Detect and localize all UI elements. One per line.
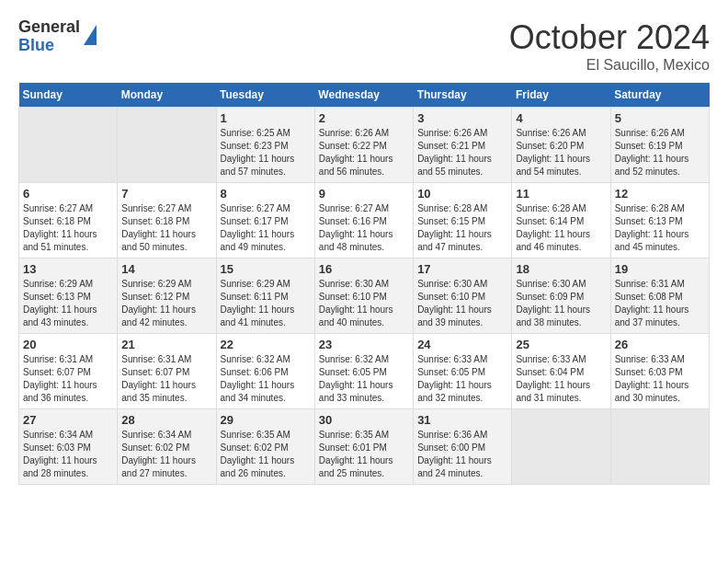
day-info: Sunrise: 6:36 AM Sunset: 6:00 PM Dayligh…: [417, 429, 507, 480]
day-info: Sunrise: 6:35 AM Sunset: 6:02 PM Dayligh…: [221, 429, 311, 480]
day-number: 28: [121, 413, 211, 427]
day-info: Sunrise: 6:26 AM Sunset: 6:20 PM Dayligh…: [516, 127, 606, 178]
calendar-cell: 14Sunrise: 6:29 AM Sunset: 6:12 PM Dayli…: [118, 259, 216, 334]
calendar-cell: 21Sunrise: 6:31 AM Sunset: 6:07 PM Dayli…: [118, 334, 216, 409]
calendar-cell: 13Sunrise: 6:29 AM Sunset: 6:13 PM Dayli…: [19, 259, 118, 334]
calendar-cell: 18Sunrise: 6:30 AM Sunset: 6:09 PM Dayli…: [512, 259, 610, 334]
calendar-cell: 2Sunrise: 6:26 AM Sunset: 6:22 PM Daylig…: [314, 108, 413, 183]
calendar-cell: 9Sunrise: 6:27 AM Sunset: 6:16 PM Daylig…: [314, 183, 413, 259]
calendar-cell: [118, 108, 216, 183]
calendar-cell: 5Sunrise: 6:26 AM Sunset: 6:19 PM Daylig…: [610, 108, 709, 183]
day-info: Sunrise: 6:29 AM Sunset: 6:13 PM Dayligh…: [23, 278, 113, 329]
week-row: 27Sunrise: 6:34 AM Sunset: 6:03 PM Dayli…: [19, 409, 710, 485]
day-info: Sunrise: 6:28 AM Sunset: 6:13 PM Dayligh…: [615, 202, 705, 254]
day-number: 14: [121, 262, 211, 276]
logo-triangle-icon: [84, 25, 97, 45]
day-number: 31: [417, 413, 507, 427]
calendar-cell: 7Sunrise: 6:27 AM Sunset: 6:18 PM Daylig…: [118, 183, 216, 259]
calendar-cell: 12Sunrise: 6:28 AM Sunset: 6:13 PM Dayli…: [610, 183, 709, 259]
logo: General Blue: [18, 18, 97, 55]
logo-general: General: [18, 18, 80, 37]
day-number: 12: [615, 187, 705, 201]
day-info: Sunrise: 6:28 AM Sunset: 6:15 PM Dayligh…: [417, 202, 507, 254]
logo-blue: Blue: [18, 37, 80, 55]
day-info: Sunrise: 6:29 AM Sunset: 6:12 PM Dayligh…: [121, 278, 211, 329]
day-number: 26: [615, 338, 705, 351]
day-info: Sunrise: 6:28 AM Sunset: 6:14 PM Dayligh…: [516, 202, 606, 254]
day-header-wednesday: Wednesday: [314, 83, 413, 108]
day-number: 29: [221, 413, 311, 427]
day-number: 11: [516, 187, 606, 201]
week-row: 1Sunrise: 6:25 AM Sunset: 6:23 PM Daylig…: [19, 108, 710, 183]
day-info: Sunrise: 6:31 AM Sunset: 6:07 PM Dayligh…: [121, 353, 211, 405]
day-number: 1: [221, 111, 311, 125]
calendar-table: SundayMondayTuesdayWednesdayThursdayFrid…: [18, 83, 710, 485]
calendar-cell: 23Sunrise: 6:32 AM Sunset: 6:05 PM Dayli…: [314, 334, 413, 409]
week-row: 13Sunrise: 6:29 AM Sunset: 6:13 PM Dayli…: [19, 259, 710, 334]
day-number: 19: [615, 262, 705, 276]
day-header-friday: Friday: [512, 83, 610, 108]
logo-text: General Blue: [18, 18, 80, 55]
day-info: Sunrise: 6:30 AM Sunset: 6:09 PM Dayligh…: [516, 278, 606, 329]
day-number: 17: [417, 262, 507, 276]
day-header-thursday: Thursday: [414, 83, 512, 108]
day-info: Sunrise: 6:27 AM Sunset: 6:18 PM Dayligh…: [121, 202, 211, 254]
calendar-cell: 31Sunrise: 6:36 AM Sunset: 6:00 PM Dayli…: [414, 409, 512, 485]
calendar-cell: 29Sunrise: 6:35 AM Sunset: 6:02 PM Dayli…: [216, 409, 314, 485]
day-number: 5: [615, 111, 705, 125]
calendar-cell: 25Sunrise: 6:33 AM Sunset: 6:04 PM Dayli…: [512, 334, 610, 409]
day-info: Sunrise: 6:31 AM Sunset: 6:08 PM Dayligh…: [615, 278, 705, 329]
day-number: 24: [417, 338, 507, 351]
day-number: 25: [516, 338, 606, 351]
calendar-cell: 1Sunrise: 6:25 AM Sunset: 6:23 PM Daylig…: [216, 108, 314, 183]
day-info: Sunrise: 6:30 AM Sunset: 6:10 PM Dayligh…: [319, 278, 409, 329]
day-number: 4: [516, 111, 606, 125]
day-number: 6: [23, 187, 113, 201]
calendar-cell: 4Sunrise: 6:26 AM Sunset: 6:20 PM Daylig…: [512, 108, 610, 183]
day-number: 23: [319, 338, 409, 351]
page-header: General Blue October 2024 El Saucillo, M…: [18, 18, 710, 74]
calendar-cell: [512, 409, 610, 485]
title-block: October 2024 El Saucillo, Mexico: [509, 18, 710, 74]
day-number: 15: [221, 262, 311, 276]
calendar-cell: 17Sunrise: 6:30 AM Sunset: 6:10 PM Dayli…: [414, 259, 512, 334]
day-number: 22: [221, 338, 311, 351]
day-info: Sunrise: 6:25 AM Sunset: 6:23 PM Dayligh…: [221, 127, 311, 178]
calendar-cell: [19, 108, 118, 183]
calendar-cell: 10Sunrise: 6:28 AM Sunset: 6:15 PM Dayli…: [414, 183, 512, 259]
calendar-cell: 3Sunrise: 6:26 AM Sunset: 6:21 PM Daylig…: [414, 108, 512, 183]
calendar-cell: 22Sunrise: 6:32 AM Sunset: 6:06 PM Dayli…: [216, 334, 314, 409]
day-number: 30: [319, 413, 409, 427]
day-number: 27: [23, 413, 113, 427]
calendar-cell: 8Sunrise: 6:27 AM Sunset: 6:17 PM Daylig…: [216, 183, 314, 259]
day-number: 9: [319, 187, 409, 201]
day-info: Sunrise: 6:27 AM Sunset: 6:17 PM Dayligh…: [221, 202, 311, 254]
day-info: Sunrise: 6:26 AM Sunset: 6:19 PM Dayligh…: [615, 127, 705, 178]
day-number: 21: [121, 338, 211, 351]
day-info: Sunrise: 6:33 AM Sunset: 6:05 PM Dayligh…: [417, 353, 507, 405]
day-number: 16: [319, 262, 409, 276]
calendar-cell: [610, 409, 709, 485]
day-number: 18: [516, 262, 606, 276]
calendar-cell: 30Sunrise: 6:35 AM Sunset: 6:01 PM Dayli…: [314, 409, 413, 485]
day-info: Sunrise: 6:27 AM Sunset: 6:16 PM Dayligh…: [319, 202, 409, 254]
calendar-cell: 19Sunrise: 6:31 AM Sunset: 6:08 PM Dayli…: [610, 259, 709, 334]
day-header-tuesday: Tuesday: [216, 83, 314, 108]
day-info: Sunrise: 6:32 AM Sunset: 6:06 PM Dayligh…: [221, 353, 311, 405]
week-row: 6Sunrise: 6:27 AM Sunset: 6:18 PM Daylig…: [19, 183, 710, 259]
calendar-cell: 26Sunrise: 6:33 AM Sunset: 6:03 PM Dayli…: [610, 334, 709, 409]
day-number: 8: [221, 187, 311, 201]
calendar-cell: 24Sunrise: 6:33 AM Sunset: 6:05 PM Dayli…: [414, 334, 512, 409]
week-row: 20Sunrise: 6:31 AM Sunset: 6:07 PM Dayli…: [19, 334, 710, 409]
day-number: 13: [23, 262, 113, 276]
day-info: Sunrise: 6:26 AM Sunset: 6:22 PM Dayligh…: [319, 127, 409, 178]
header-row: SundayMondayTuesdayWednesdayThursdayFrid…: [19, 83, 710, 108]
calendar-cell: 11Sunrise: 6:28 AM Sunset: 6:14 PM Dayli…: [512, 183, 610, 259]
day-number: 10: [417, 187, 507, 201]
day-info: Sunrise: 6:29 AM Sunset: 6:11 PM Dayligh…: [221, 278, 311, 329]
day-info: Sunrise: 6:34 AM Sunset: 6:02 PM Dayligh…: [121, 429, 211, 480]
day-info: Sunrise: 6:34 AM Sunset: 6:03 PM Dayligh…: [23, 429, 113, 480]
location: El Saucillo, Mexico: [509, 57, 710, 74]
day-number: 20: [23, 338, 113, 351]
calendar-cell: 16Sunrise: 6:30 AM Sunset: 6:10 PM Dayli…: [314, 259, 413, 334]
